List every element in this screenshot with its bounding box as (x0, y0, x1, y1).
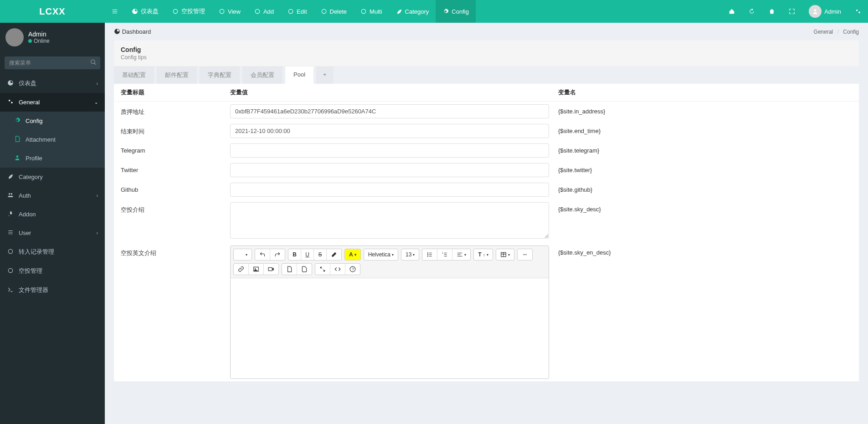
editor-style-button[interactable]: ▾ (234, 249, 252, 260)
editor-size-button[interactable]: 13▾ (401, 249, 419, 260)
fullscreen-button[interactable] (782, 0, 802, 23)
col-title: 变量标题 (121, 88, 230, 97)
editor-strike-button[interactable]: S (314, 249, 327, 260)
editor-toolbar: ▾ BUS A▾ Helvetica▾ 13▾ ▾ T↕▾ ▾ (231, 246, 549, 278)
textarea-5[interactable] (230, 202, 549, 239)
chevron-icon: ‹ (97, 81, 98, 86)
editor-help-button[interactable] (345, 264, 360, 275)
sidebar-item-User[interactable]: User‹ (0, 224, 105, 242)
nav-category[interactable]: Category (389, 0, 436, 23)
sidebar-item-文件管理器[interactable]: 文件管理器 (0, 281, 105, 300)
editor-attach-button[interactable] (297, 264, 312, 275)
circle-icon (7, 267, 14, 275)
cogs-icon (855, 8, 861, 15)
editor-image-button[interactable] (249, 264, 264, 275)
editor-code-button[interactable] (330, 264, 345, 275)
avatar (5, 28, 24, 46)
sidebar-item-Category[interactable]: Category (0, 168, 105, 186)
minus-icon (522, 251, 528, 258)
tab-add[interactable]: + (316, 66, 334, 84)
editor-ul-button[interactable] (422, 249, 437, 260)
code-icon (334, 266, 341, 272)
sidebar-sub-Profile[interactable]: Profile (0, 149, 105, 168)
input-4[interactable] (230, 183, 549, 197)
nav-config[interactable]: Config (436, 0, 476, 23)
tab-基础配置[interactable]: 基础配置 (114, 66, 154, 84)
input-1[interactable] (230, 124, 549, 138)
dashboard-icon (114, 28, 120, 35)
sidebar-item-Auth[interactable]: Auth‹ (0, 186, 105, 205)
tab-邮件配置[interactable]: 邮件配置 (157, 66, 197, 84)
field-value-cell (230, 202, 549, 240)
sidebar-user-name: Admin (28, 31, 50, 38)
home-button[interactable] (722, 0, 742, 23)
editor-video-button[interactable] (264, 264, 278, 275)
breadcrumb-left[interactable]: Dashboard (114, 28, 151, 35)
sidebar-item-label: Category (19, 174, 43, 180)
brand-logo[interactable]: LCXX (0, 0, 105, 23)
sidebar-sub-Attachment[interactable]: Attachment (0, 130, 105, 149)
nav-add[interactable]: Add (247, 0, 281, 23)
sidebar-sub-Config[interactable]: Config (0, 112, 105, 130)
input-0[interactable] (230, 104, 549, 118)
nav-multi[interactable]: Multi (354, 0, 389, 23)
link-icon (238, 266, 244, 272)
editor-link-button[interactable] (234, 264, 249, 275)
crumb-config: Config (843, 29, 859, 35)
input-3[interactable] (230, 163, 549, 177)
nav-edit[interactable]: Edit (281, 0, 313, 23)
tab-字典配置[interactable]: 字典配置 (200, 66, 240, 84)
sidebar-item-空投管理[interactable]: 空投管理 (0, 261, 105, 281)
refresh-button[interactable] (742, 0, 762, 23)
clear-cache-button[interactable] (762, 0, 782, 23)
nav-dashboard[interactable]: 仪表盘 (125, 0, 165, 23)
editor-bold-button[interactable]: B (288, 249, 301, 260)
editor-hr-button[interactable] (518, 249, 532, 260)
align-icon (457, 251, 463, 258)
form-row: Github{$site.github} (114, 180, 859, 199)
list-icon (7, 229, 14, 237)
circle-icon (172, 8, 179, 15)
chevron-icon: ⌄ (94, 100, 98, 105)
content-header: Dashboard General / Config (105, 23, 868, 41)
magic-icon (238, 251, 244, 258)
file-icon (14, 136, 21, 143)
editor-fullscreen-button[interactable] (315, 264, 330, 275)
editor-height-button[interactable]: T↕▾ (474, 249, 492, 260)
nav-delete[interactable]: Delete (314, 0, 354, 23)
editor-ol-button[interactable] (437, 249, 452, 260)
panel-title: Config (121, 46, 852, 53)
sidebar-item-转入记录管理[interactable]: 转入记录管理 (0, 242, 105, 261)
sidebar-item-Addon[interactable]: Addon (0, 205, 105, 224)
sidebar-item-General[interactable]: General⌄ (0, 93, 105, 112)
settings-button[interactable] (848, 0, 868, 23)
editor-underline-button[interactable]: U (301, 249, 314, 260)
editor-redo-button[interactable] (270, 249, 285, 260)
sidebar-toggle[interactable] (105, 0, 125, 23)
help-icon (349, 266, 356, 272)
crumb-general[interactable]: General (814, 29, 833, 35)
input-2[interactable] (230, 143, 549, 158)
field-label: 空投英文介绍 (121, 245, 230, 257)
dashboard-icon (7, 80, 14, 87)
tab-Pool[interactable]: Pool (285, 66, 313, 84)
tab-会员配置[interactable]: 会员配置 (242, 66, 282, 84)
editor-area[interactable] (231, 278, 549, 378)
sidebar-item-仪表盘[interactable]: 仪表盘‹ (0, 74, 105, 93)
nav-view[interactable]: View (212, 0, 247, 23)
search-input[interactable] (5, 56, 100, 69)
search-button[interactable] (90, 59, 97, 67)
editor-align-button[interactable]: ▾ (452, 249, 470, 260)
form-row: 空投英文介绍 ▾ BUS A▾ Helvetica▾ 13▾ ▾ T↕▾ ▾ {… (114, 243, 859, 382)
field-label: 空投介绍 (121, 202, 230, 214)
editor-color-button[interactable]: A▾ (345, 249, 360, 260)
editor-eraser-button[interactable] (327, 249, 341, 260)
editor-file-button[interactable] (282, 264, 297, 275)
user-menu[interactable]: Admin (802, 0, 848, 23)
editor-font-button[interactable]: Helvetica▾ (364, 249, 398, 260)
editor-undo-button[interactable] (255, 249, 270, 260)
nav-airdrop[interactable]: 空投管理 (165, 0, 212, 23)
editor-table-button[interactable]: ▾ (496, 249, 514, 260)
col-var: 变量名 (549, 88, 852, 97)
circle-icon (219, 8, 225, 15)
